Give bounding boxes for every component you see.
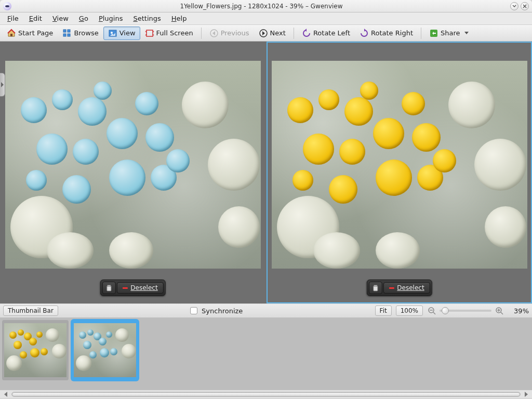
rotate-left-button[interactable]: Rotate Left (297, 26, 355, 40)
dropdown-caret-icon (464, 32, 469, 34)
menu-bar: File Edit View Go Plugins Settings Help (0, 12, 532, 25)
full-screen-label: Full Screen (156, 29, 193, 37)
pane-controls-left: Deselect (100, 280, 165, 296)
scroll-right-button[interactable] (523, 391, 530, 397)
trash-icon (371, 284, 379, 291)
menu-help[interactable]: Help (166, 14, 192, 23)
zoom-out-icon[interactable] (427, 306, 436, 315)
zoom-current-label: 39% (508, 307, 529, 315)
share-icon (429, 29, 438, 38)
svg-rect-4 (68, 34, 70, 36)
svg-line-17 (501, 312, 503, 314)
home-icon (7, 29, 16, 38)
deselect-label: Deselect (130, 284, 157, 291)
synchronize-checkbox[interactable] (190, 307, 197, 314)
menu-edit[interactable]: Edit (24, 14, 47, 23)
title-bar: 1Yellow_Flowers.jpg - 1280x1024 - 39% – … (0, 0, 532, 12)
previous-button[interactable]: Previous (205, 26, 254, 40)
svg-rect-7 (147, 30, 153, 36)
share-label: Share (441, 29, 460, 37)
svg-rect-3 (63, 34, 66, 36)
options-bar: Thumbnail Bar Synchronize Fit 100% 39% (0, 303, 532, 318)
view-button[interactable]: View (103, 26, 140, 40)
deselect-label: Deselect (397, 284, 424, 291)
thumbnail-item[interactable] (2, 320, 69, 380)
main-toolbar: Start Page Browse View Full Screen Previ… (0, 25, 532, 42)
zoom-fit-button[interactable]: Fit (375, 305, 392, 316)
image-display-right (272, 61, 527, 269)
previous-icon (209, 29, 219, 38)
zoom-100-button[interactable]: 100% (396, 305, 423, 316)
share-button[interactable]: Share (424, 26, 473, 40)
next-icon (259, 29, 268, 38)
menu-go[interactable]: Go (74, 14, 94, 23)
thumbnail-item[interactable] (72, 320, 138, 380)
svg-rect-2 (68, 30, 70, 32)
start-page-button[interactable]: Start Page (2, 26, 58, 40)
zoom-in-icon[interactable] (495, 306, 504, 315)
browse-label: Browse (74, 29, 98, 37)
deselect-button[interactable]: Deselect (116, 282, 163, 294)
thumbnail-strip (0, 318, 532, 390)
zoom-slider-group (427, 306, 504, 315)
window-title: 1Yellow_Flowers.jpg - 1280x1024 - 39% – … (15, 3, 508, 10)
scroll-left-button[interactable] (2, 391, 9, 397)
svg-rect-0 (10, 34, 12, 36)
menu-settings[interactable]: Settings (128, 14, 166, 23)
thumbnail-bar-toggle[interactable]: Thumbnail Bar (3, 305, 58, 316)
menu-file[interactable]: File (2, 14, 24, 23)
image-display-left (5, 61, 261, 269)
svg-line-14 (433, 312, 435, 314)
rotate-right-icon (360, 29, 369, 38)
image-icon (108, 29, 117, 38)
scrollbar-track[interactable] (11, 392, 521, 397)
rotate-right-label: Rotate Right (371, 29, 413, 37)
synchronize-label: Synchronize (202, 307, 243, 315)
svg-rect-11 (107, 285, 110, 286)
image-pane-left[interactable]: Deselect (0, 42, 265, 303)
minus-icon (389, 287, 394, 289)
full-screen-button[interactable]: Full Screen (140, 26, 198, 40)
rotate-left-label: Rotate Left (313, 29, 350, 37)
svg-rect-12 (374, 285, 377, 286)
svg-rect-1 (63, 30, 66, 32)
rotate-left-icon (302, 29, 311, 38)
previous-label: Previous (221, 29, 249, 37)
fullscreen-icon (145, 29, 154, 38)
toolbar-separator (201, 28, 202, 39)
zoom-slider[interactable] (440, 310, 491, 312)
triangle-left-icon (4, 392, 7, 397)
image-pane-right[interactable]: Deselect (267, 42, 532, 303)
rotate-right-button[interactable]: Rotate Right (355, 26, 418, 40)
start-page-label: Start Page (18, 29, 53, 37)
pane-controls-right: Deselect (366, 280, 432, 296)
deselect-button[interactable]: Deselect (383, 282, 430, 294)
toolbar-separator (421, 28, 421, 39)
triangle-right-icon (525, 392, 528, 397)
next-label: Next (270, 29, 286, 37)
menu-view[interactable]: View (47, 14, 74, 23)
horizontal-scrollbar[interactable] (0, 390, 532, 398)
close-button[interactable] (521, 2, 529, 10)
svg-point-6 (111, 32, 113, 34)
chevron-down-icon (512, 4, 516, 8)
browse-button[interactable]: Browse (58, 26, 103, 40)
app-icon (3, 2, 11, 10)
minus-icon (122, 287, 127, 289)
trash-button[interactable] (102, 282, 115, 294)
menu-plugins[interactable]: Plugins (94, 14, 128, 23)
grid-icon (62, 29, 72, 38)
scrollbar-thumb[interactable] (12, 392, 520, 396)
trash-button[interactable] (368, 282, 382, 294)
image-viewer-area: Deselect (0, 42, 532, 303)
view-label: View (119, 29, 136, 37)
x-icon (523, 4, 527, 8)
next-button[interactable]: Next (254, 26, 290, 40)
minimize-button[interactable] (510, 2, 518, 10)
trash-icon (105, 284, 112, 291)
toolbar-separator (294, 28, 294, 39)
